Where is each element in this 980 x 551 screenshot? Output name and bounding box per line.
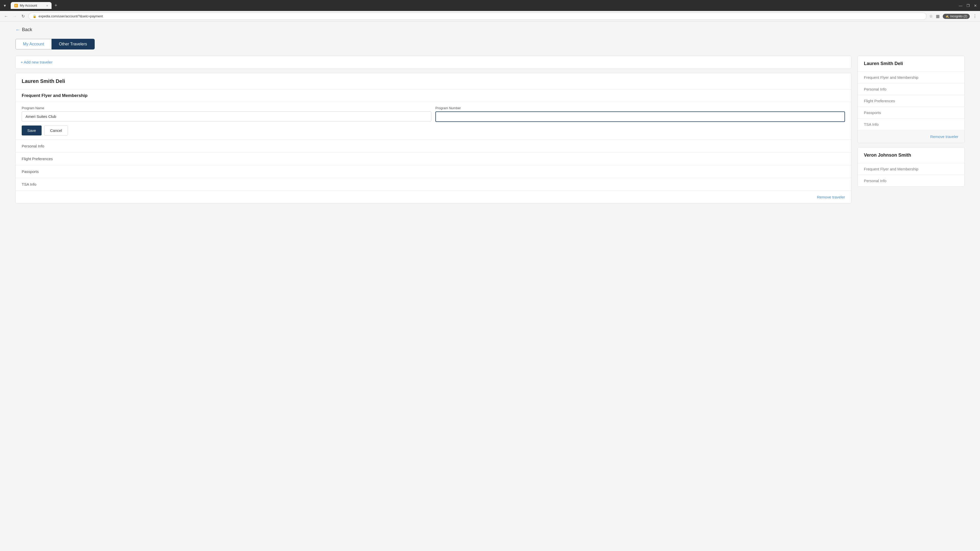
cancel-button[interactable]: Cancel [44,125,68,135]
right-1-card-footer: Remove traveler [858,130,964,143]
left-flight-preferences-link[interactable]: Flight Preferences [16,152,851,165]
right-2-frequent-flyer-link[interactable]: Frequent Flyer and Membership [858,163,964,175]
right-traveler-card-1: Lauren Smith Deli Frequent Flyer and Mem… [858,56,965,143]
left-frequent-flyer-header[interactable]: Frequent Flyer and Membership [16,89,851,102]
bookmark-icon[interactable]: ☆ [929,14,933,19]
incognito-icon: 🕵 [945,14,949,18]
program-name-label: Program Name [22,106,431,110]
left-card-footer: Remove traveler [16,191,851,203]
left-traveler-name: Lauren Smith Deli [16,73,851,89]
left-personal-info-link[interactable]: Personal Info [16,140,851,152]
main-layout: + Add new traveler Lauren Smith Deli Fre… [15,56,965,203]
new-tab-button[interactable]: + [52,3,59,8]
right-column: Lauren Smith Deli Frequent Flyer and Mem… [858,56,965,191]
back-label: Back [22,27,32,32]
left-traveler-card: Lauren Smith Deli Frequent Flyer and Mem… [15,73,851,203]
program-number-input[interactable] [435,111,845,122]
active-browser-tab[interactable]: E My Account × [11,2,52,9]
right-1-tsa-info-link[interactable]: TSA Info [858,118,964,130]
sidebar-icon[interactable]: ▦ [936,14,940,19]
nav-back-button[interactable]: ← [3,13,9,20]
add-traveler-bar: + Add new traveler [15,56,851,69]
window-restore-button[interactable]: ❐ [966,3,970,8]
browser-tab-switcher[interactable]: ▼ [3,3,6,8]
add-traveler-link[interactable]: + Add new traveler [21,60,52,64]
right-1-personal-info-link[interactable]: Personal Info [858,83,964,95]
program-name-input[interactable] [22,111,431,121]
left-column: + Add new traveler Lauren Smith Deli Fre… [15,56,851,203]
tab-title: My Account [20,3,37,7]
tab-navigation: My Account Other Travelers [15,39,965,49]
program-number-label: Program Number [435,106,845,110]
right-traveler-2-name: Veron Johnson Smith [858,148,964,163]
back-arrow-icon: ← [15,27,21,33]
right-2-personal-info-link[interactable]: Personal Info [858,175,964,186]
left-passports-link[interactable]: Passports [16,165,851,178]
window-close-button[interactable]: ✕ [974,3,977,8]
right-traveler-1-name: Lauren Smith Deli [858,56,964,71]
frequent-flyer-form: Program Name Program Number Save Cancel [16,102,851,140]
right-traveler-card-2: Veron Johnson Smith Frequent Flyer and M… [858,147,965,187]
browser-chrome: ▼ E My Account × + — ❐ ✕ [0,0,980,11]
form-buttons: Save Cancel [22,125,845,135]
back-button[interactable]: ← Back [15,27,32,33]
address-bar-row: ← → ↻ 🔒 expedia.com/user/account/?&selc=… [0,11,980,22]
address-bar-lock-icon: 🔒 [33,14,37,18]
tab-other-travelers[interactable]: Other Travelers [52,39,95,49]
program-number-group: Program Number [435,106,845,122]
right-1-frequent-flyer-link[interactable]: Frequent Flyer and Membership [858,71,964,83]
tab-favicon-icon: E [14,4,18,7]
left-remove-traveler-link[interactable]: Remove traveler [817,195,845,199]
tab-close-button[interactable]: × [46,4,48,7]
nav-reload-button[interactable]: ↻ [21,13,26,20]
tab-my-account[interactable]: My Account [15,39,52,49]
incognito-badge[interactable]: 🕵 Incognito (2) [943,14,970,19]
address-bar-url: expedia.com/user/account/?&selc=payment [38,14,103,18]
menu-icon[interactable]: ⋮ [973,14,977,19]
nav-forward-button[interactable]: → [12,13,18,20]
save-button[interactable]: Save [22,125,41,135]
program-name-group: Program Name [22,106,431,122]
left-tsa-info-link[interactable]: TSA Info [16,178,851,191]
right-1-flight-preferences-link[interactable]: Flight Preferences [858,95,964,106]
right-1-remove-traveler-link[interactable]: Remove traveler [930,135,958,139]
incognito-label: Incognito (2) [950,14,967,18]
window-minimize-button[interactable]: — [959,3,963,8]
address-bar[interactable]: 🔒 expedia.com/user/account/?&selc=paymen… [28,13,927,20]
right-1-passports-link[interactable]: Passports [858,106,964,118]
page-content: ← Back My Account Other Travelers + Add … [0,22,980,551]
